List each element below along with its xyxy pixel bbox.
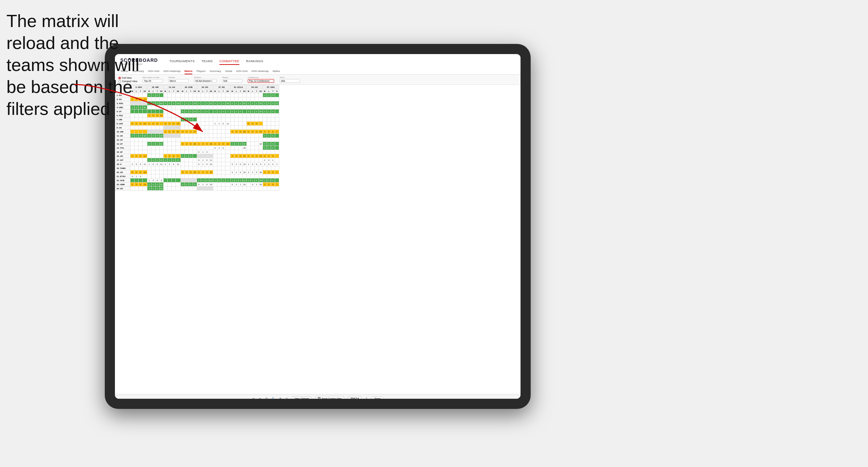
col-header-uu: 54. UU xyxy=(246,85,263,89)
nav-committee[interactable]: COMMITTEE xyxy=(219,58,239,65)
row-label-ttu: 14. TTU xyxy=(115,146,130,150)
share-icon[interactable]: ⇪ xyxy=(365,397,368,399)
row-label-ua11: 11. UA xyxy=(115,134,130,138)
row-label-uo24: 24. UO xyxy=(115,187,130,191)
filter-conference: Conference Pac-12 Conference xyxy=(248,76,274,83)
row-label-etsu: 21. ETSU xyxy=(115,174,130,178)
filter-division: Division NCAA Division I xyxy=(194,76,217,83)
tablet-screen: SCOREBOARD Powered by clippd TOURNAMENTS… xyxy=(115,54,521,399)
osu-w: W xyxy=(263,89,267,93)
nav-tournaments[interactable]: TOURNAMENTS xyxy=(169,58,195,65)
col-header-osu: 57. OSU xyxy=(263,85,279,89)
division-label: Division xyxy=(194,76,217,78)
uo-t: T xyxy=(205,89,209,93)
row-label-uo16: 16. UO xyxy=(115,154,130,158)
su-dif: Dif xyxy=(225,89,230,93)
filter-region: Region N/A xyxy=(222,76,242,83)
uu-l: L xyxy=(250,89,255,93)
osu-l: L xyxy=(267,89,271,93)
table-row: 14. TTU 010 29 010 xyxy=(115,146,279,150)
team-filter-label: Team xyxy=(280,76,300,78)
subnav-h2h-heatmap[interactable]: H2H Heatmap xyxy=(163,69,180,74)
settings-icon[interactable]: ◎ xyxy=(286,397,288,399)
table-row: 23. UNM 200-21 20025 0010 01010 01110 01… xyxy=(115,182,279,187)
share-btn[interactable]: Share xyxy=(372,396,383,399)
table-row: 8. UAF 01014 120 01015 11011 010 xyxy=(115,122,279,126)
row-label-uaf: 8. UAF xyxy=(115,122,130,126)
region-select[interactable]: N/A xyxy=(222,79,242,83)
row-label-uw: 10. UW xyxy=(115,130,130,134)
uu-w: W xyxy=(246,89,250,93)
ua-w: W xyxy=(163,89,167,93)
ua-dif: Dif xyxy=(175,89,180,93)
ucb-l: L xyxy=(185,89,189,93)
view-original-btn[interactable]: View: Original xyxy=(292,396,311,399)
watch-btn[interactable]: Watch ▾ xyxy=(348,396,362,399)
tablet-device: SCOREBOARD Powered by clippd TOURNAMENTS… xyxy=(105,44,531,409)
row-label-uf: 15. UF xyxy=(115,150,130,154)
table-row: 18. U 20011 10011 11011 01010 01013 1005… xyxy=(115,162,279,166)
save-custom-view-btn[interactable]: 💾 Save Custom View xyxy=(315,396,344,399)
ucla-l: L xyxy=(234,89,238,93)
save-custom-label: Save Custom View xyxy=(322,397,342,399)
table-row: 17. GIT 10010 11011 01011 201 xyxy=(115,158,279,162)
nav-teams[interactable]: TEAMS xyxy=(201,58,213,65)
table-row: 19. TAMU xyxy=(115,166,279,170)
uu-t: T xyxy=(255,89,259,93)
col-header-ucla: 31. UCLA xyxy=(230,85,246,89)
row-label-uv: 12. UV xyxy=(115,138,130,142)
su-t: T xyxy=(221,89,225,93)
ucb-w: W xyxy=(180,89,185,93)
uo-dif: Dif xyxy=(209,89,213,93)
gender-select[interactable]: Men's xyxy=(168,79,189,83)
view-original-label: View: Original xyxy=(294,397,309,399)
redo-icon[interactable]: ↪ xyxy=(259,397,261,399)
nav-rankings[interactable]: RANKINGS xyxy=(246,58,263,65)
app-header: SCOREBOARD Powered by clippd TOURNAMENTS… xyxy=(115,54,521,75)
row-label-unm: 23. UNM xyxy=(115,182,130,187)
sub-nav: Teams Summary H2H Grid H2H Heatmap Matri… xyxy=(120,67,515,74)
row-label-ut13: 13. UT xyxy=(115,142,130,146)
row-label-ucb: 22. UCB xyxy=(115,178,130,182)
uu-dif: Dif xyxy=(259,89,263,93)
row-label-ua: 9. UA xyxy=(115,126,130,130)
table-row: 20. UG 010-34 01023 11040 01019 01036 10… xyxy=(115,170,279,174)
ucb-dif: Dif xyxy=(193,89,197,93)
conference-select[interactable]: Pac-12 Conference xyxy=(248,79,274,83)
subnav-h2h-heatmap2[interactable]: H2H Heatmap xyxy=(251,69,269,74)
uo-l: L xyxy=(201,89,205,93)
row-label-u18: 18. U xyxy=(115,162,130,166)
table-row: 24. UO 02029 xyxy=(115,187,279,191)
subnav-summary2[interactable]: Summary xyxy=(210,69,221,74)
main-nav: TOURNAMENTS TEAMS COMMITTEE RANKINGS xyxy=(169,58,263,65)
ucla-w: W xyxy=(230,89,234,93)
ucla-dif: Dif xyxy=(242,89,246,93)
subnav-matrix[interactable]: Matrix xyxy=(185,69,193,74)
content-area: 3. ASU 10. UW 11. UA 22. UCB 24. UO 27. … xyxy=(115,85,521,399)
su-l: L xyxy=(217,89,221,93)
table-row: 11. UA 01010 10018 010 xyxy=(115,134,279,138)
subnav-players[interactable]: Players xyxy=(196,69,206,74)
region-label: Region xyxy=(222,76,242,78)
zoom-in-icon[interactable]: 🔍 xyxy=(272,397,275,399)
col-header-ucb: 22. UCB xyxy=(180,85,197,89)
save-icon: 💾 xyxy=(318,397,321,399)
col-header-ua: 11. UA xyxy=(163,85,180,89)
col-header-uo: 24. UO xyxy=(197,85,213,89)
subnav-matrix2[interactable]: Matrix xyxy=(273,69,280,74)
reload-icon[interactable]: ⟳ xyxy=(265,397,268,399)
subnav-h2h-grid2[interactable]: H2H Grid xyxy=(236,69,247,74)
team-select[interactable]: (All) xyxy=(280,79,300,83)
filters-row: Full View Compact View Max teams in view… xyxy=(115,75,521,85)
matrix-scroll[interactable]: 3. ASU 10. UW 11. UA 22. UCB 24. UO 27. … xyxy=(115,85,521,394)
row-label-git: 17. GIT xyxy=(115,158,130,162)
table-row: 21. ETSU 010 xyxy=(115,174,279,178)
table-row: 22. UCB 1303 14012 1010 10344 01036 141 xyxy=(115,178,279,182)
division-select[interactable]: NCAA Division I xyxy=(194,79,217,83)
add-icon[interactable]: ⊕ xyxy=(279,397,282,399)
conference-label: Conference xyxy=(248,76,274,78)
osu-t: T xyxy=(271,89,275,93)
undo-icon[interactable]: ↩ xyxy=(252,397,255,399)
subnav-detail[interactable]: Detail xyxy=(225,69,232,74)
share-label: Share xyxy=(374,397,381,399)
